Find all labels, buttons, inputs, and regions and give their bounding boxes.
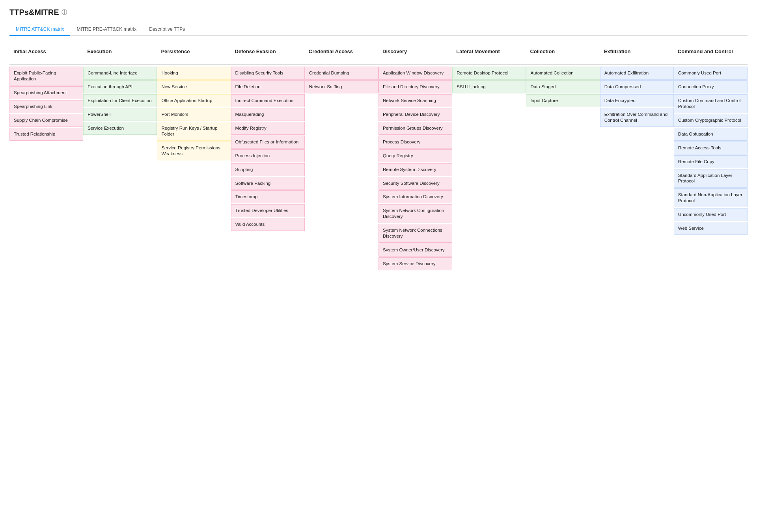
- cells-list-lateral-movement: Remote Desktop ProtocolSSH Hijacking: [452, 67, 526, 93]
- page-container: TTPs&MITRE ⓘ MITRE ATT&CK matrixMITRE PR…: [0, 0, 757, 279]
- cell-discovery-13[interactable]: System Service Discovery: [378, 257, 452, 270]
- cell-discovery-1[interactable]: File and Directory Discovery: [378, 80, 452, 93]
- cells-list-credential-access: Credential DumpingNetwork Sniffing: [305, 67, 378, 93]
- cell-discovery-9[interactable]: System Information Discovery: [378, 190, 452, 203]
- cell-defense-evasion-8[interactable]: Software Packing: [231, 177, 305, 190]
- column-collection: CollectionAutomated CollectionData Stage…: [526, 45, 600, 271]
- cell-defense-evasion-9[interactable]: Timestomp: [231, 190, 305, 203]
- info-icon: ⓘ: [62, 9, 67, 16]
- cells-list-defense-evasion: Disabling Security ToolsFile DeletionInd…: [231, 67, 305, 231]
- title-text: TTPs&MITRE: [9, 8, 59, 17]
- cell-execution-4[interactable]: Service Execution: [83, 122, 157, 135]
- cell-exfiltration-2[interactable]: Data Encrypted: [600, 94, 674, 107]
- cell-exfiltration-1[interactable]: Data Compressed: [600, 80, 674, 93]
- cell-lateral-movement-1[interactable]: SSH Hijacking: [452, 80, 526, 93]
- cell-command-control-9[interactable]: Uncommonly Used Port: [674, 208, 748, 221]
- column-initial-access: Initial AccessExploit Public-Facing Appl…: [9, 45, 83, 271]
- cells-list-collection: Automated CollectionData StagedInput Cap…: [526, 67, 600, 107]
- cell-initial-access-4[interactable]: Trusted Relationship: [9, 128, 83, 141]
- cell-credential-access-0[interactable]: Credential Dumping: [305, 67, 378, 80]
- cell-initial-access-1[interactable]: Spearphishing Attachment: [9, 86, 83, 99]
- cell-command-control-5[interactable]: Remote Access Tools: [674, 141, 748, 154]
- col-header-collection: Collection: [526, 45, 600, 65]
- cell-discovery-4[interactable]: Permission Groups Discovery: [378, 122, 452, 135]
- cell-command-control-6[interactable]: Remote File Copy: [674, 155, 748, 168]
- cell-persistence-1[interactable]: New Service: [157, 80, 231, 93]
- col-header-credential-access: Credential Access: [305, 45, 378, 65]
- cell-defense-evasion-7[interactable]: Scripting: [231, 163, 305, 176]
- cell-defense-evasion-6[interactable]: Process Injection: [231, 149, 305, 162]
- tab-2[interactable]: Descriptive TTPs: [143, 23, 191, 36]
- cell-execution-2[interactable]: Exploitation for Client Execution: [83, 94, 157, 107]
- column-execution: ExecutionCommand-Line InterfaceExecution…: [83, 45, 157, 271]
- cells-list-execution: Command-Line InterfaceExecution through …: [83, 67, 157, 135]
- cells-list-persistence: HookingNew ServiceOffice Application Sta…: [157, 67, 231, 160]
- column-persistence: PersistenceHookingNew ServiceOffice Appl…: [157, 45, 231, 271]
- column-discovery: DiscoveryApplication Window DiscoveryFil…: [378, 45, 452, 271]
- cell-collection-1[interactable]: Data Staged: [526, 80, 600, 93]
- cell-exfiltration-0[interactable]: Automated Exfiltration: [600, 67, 674, 80]
- cell-persistence-3[interactable]: Port Monitors: [157, 108, 231, 121]
- cell-defense-evasion-5[interactable]: Obfuscated Files or Information: [231, 136, 305, 149]
- column-credential-access: Credential AccessCredential DumpingNetwo…: [305, 45, 378, 271]
- cell-command-control-3[interactable]: Custom Cryptographic Protocol: [674, 114, 748, 127]
- cell-defense-evasion-3[interactable]: Masquerading: [231, 108, 305, 121]
- cell-defense-evasion-4[interactable]: Modify Registry: [231, 122, 305, 135]
- cell-discovery-6[interactable]: Query Registry: [378, 149, 452, 162]
- cell-discovery-12[interactable]: System Owner/User Discovery: [378, 244, 452, 257]
- cell-discovery-3[interactable]: Peripheral Device Discovery: [378, 108, 452, 121]
- cell-initial-access-3[interactable]: Supply Chain Compromise: [9, 114, 83, 127]
- cells-list-initial-access: Exploit Public-Facing ApplicationSpearph…: [9, 67, 83, 141]
- column-lateral-movement: Lateral MovementRemote Desktop ProtocolS…: [452, 45, 526, 271]
- cell-discovery-0[interactable]: Application Window Discovery: [378, 67, 452, 80]
- col-header-lateral-movement: Lateral Movement: [452, 45, 526, 65]
- matrix-table: Initial AccessExploit Public-Facing Appl…: [9, 45, 748, 271]
- cells-list-discovery: Application Window DiscoveryFile and Dir…: [378, 67, 452, 270]
- cell-initial-access-0[interactable]: Exploit Public-Facing Application: [9, 67, 83, 86]
- col-header-execution: Execution: [83, 45, 157, 65]
- cell-defense-evasion-11[interactable]: Valid Accounts: [231, 218, 305, 231]
- column-defense-evasion: Defense EvasionDisabling Security ToolsF…: [231, 45, 305, 271]
- cell-persistence-4[interactable]: Registry Run Keys / Startup Folder: [157, 122, 231, 141]
- cell-lateral-movement-0[interactable]: Remote Desktop Protocol: [452, 67, 526, 80]
- cell-command-control-8[interactable]: Standard Non-Application Layer Protocol: [674, 188, 748, 207]
- cell-discovery-2[interactable]: Network Service Scanning: [378, 94, 452, 107]
- cell-discovery-8[interactable]: Security Software Discovery: [378, 177, 452, 190]
- cell-collection-2[interactable]: Input Capture: [526, 94, 600, 107]
- cell-execution-1[interactable]: Execution through API: [83, 80, 157, 93]
- cell-discovery-5[interactable]: Process Discovery: [378, 136, 452, 149]
- cell-discovery-7[interactable]: Remote System Discovery: [378, 163, 452, 176]
- col-header-initial-access: Initial Access: [9, 45, 83, 65]
- cell-credential-access-1[interactable]: Network Sniffing: [305, 80, 378, 93]
- cell-defense-evasion-10[interactable]: Trusted Developer Utilities: [231, 204, 305, 217]
- cell-discovery-11[interactable]: System Network Connections Discovery: [378, 224, 452, 243]
- cells-list-command-control: Commonly Used PortConnection ProxyCustom…: [674, 67, 748, 235]
- cell-initial-access-2[interactable]: Spearphishing Link: [9, 100, 83, 113]
- cell-command-control-0[interactable]: Commonly Used Port: [674, 67, 748, 80]
- col-header-discovery: Discovery: [378, 45, 452, 65]
- cell-command-control-2[interactable]: Custom Command and Control Protocol: [674, 94, 748, 113]
- cell-persistence-2[interactable]: Office Application Startup: [157, 94, 231, 107]
- cell-defense-evasion-0[interactable]: Disabling Security Tools: [231, 67, 305, 80]
- tab-1[interactable]: MITRE PRE-ATT&CK matrix: [70, 23, 143, 36]
- col-header-command-control: Command and Control: [674, 45, 748, 65]
- cell-execution-0[interactable]: Command-Line Interface: [83, 67, 157, 80]
- tab-0[interactable]: MITRE ATT&CK matrix: [9, 23, 70, 36]
- cell-command-control-10[interactable]: Web Service: [674, 222, 748, 235]
- cell-defense-evasion-2[interactable]: Indirect Command Execution: [231, 94, 305, 107]
- cell-execution-3[interactable]: PowerShell: [83, 108, 157, 121]
- column-exfiltration: ExfiltrationAutomated ExfiltrationData C…: [600, 45, 674, 271]
- matrix-container: Initial AccessExploit Public-Facing Appl…: [9, 45, 748, 271]
- cell-persistence-0[interactable]: Hooking: [157, 67, 231, 80]
- tabs-container: MITRE ATT&CK matrixMITRE PRE-ATT&CK matr…: [9, 23, 748, 36]
- cell-command-control-4[interactable]: Data Obfuscation: [674, 128, 748, 141]
- cell-collection-0[interactable]: Automated Collection: [526, 67, 600, 80]
- cell-command-control-7[interactable]: Standard Application Layer Protocol: [674, 169, 748, 188]
- cell-discovery-10[interactable]: System Network Configuration Discovery: [378, 204, 452, 223]
- cell-command-control-1[interactable]: Connection Proxy: [674, 80, 748, 93]
- col-header-defense-evasion: Defense Evasion: [231, 45, 305, 65]
- cell-defense-evasion-1[interactable]: File Deletion: [231, 80, 305, 93]
- cell-persistence-5[interactable]: Service Registry Permissions Weakness: [157, 141, 231, 160]
- cell-exfiltration-3[interactable]: Exfiltration Over Command and Control Ch…: [600, 108, 674, 127]
- cells-list-exfiltration: Automated ExfiltrationData CompressedDat…: [600, 67, 674, 127]
